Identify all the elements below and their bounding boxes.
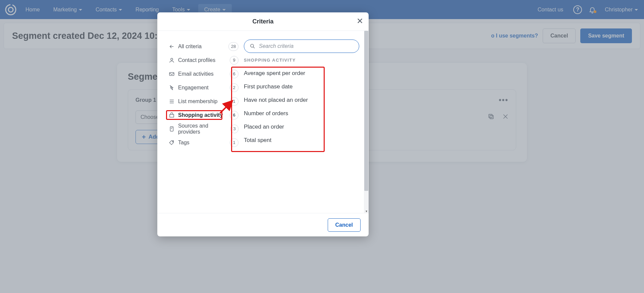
category-label: Email activities xyxy=(178,71,214,77)
criteria-label: Total spent xyxy=(244,137,271,144)
count-badge: 2 xyxy=(230,83,238,92)
criteria-placed-an-order[interactable]: Placed an order xyxy=(244,120,359,134)
criteria-label: First purchase date xyxy=(244,83,293,90)
count-badge: 1 xyxy=(230,97,238,106)
category-label: Shopping activity xyxy=(178,112,223,118)
criteria-modal: Criteria ✕ All criteria 28 Contact profi… xyxy=(157,12,369,236)
criteria-label: Have not placed an order xyxy=(244,97,308,103)
search-icon xyxy=(250,43,256,49)
criteria-first-purchase-date[interactable]: First purchase date xyxy=(244,80,359,93)
svg-point-5 xyxy=(171,58,173,60)
criteria-section-heading: SHOPPING ACTIVITY xyxy=(244,58,359,63)
modal-body: All criteria 28 Contact profiles 9 Email… xyxy=(157,31,369,213)
modal-title: Criteria xyxy=(252,18,273,25)
count-badge: 1 xyxy=(230,138,238,147)
category-list-membership[interactable]: List membership 1 xyxy=(169,94,240,108)
category-all-criteria[interactable]: All criteria 28 xyxy=(169,40,240,53)
count-badge: 28 xyxy=(228,42,238,51)
criteria-label: Number of orders xyxy=(244,110,288,117)
category-label: All criteria xyxy=(178,44,202,50)
criteria-avg-spent-per-order[interactable]: Average spent per order xyxy=(244,67,359,80)
criteria-have-not-placed-order[interactable]: Have not placed an order xyxy=(244,93,359,107)
criteria-label: Placed an order xyxy=(244,124,284,130)
category-label: List membership xyxy=(178,98,217,104)
category-email-activities[interactable]: Email activities 6 xyxy=(169,67,240,81)
criteria-number-of-orders[interactable]: Number of orders xyxy=(244,107,359,120)
modal-cancel-button[interactable]: Cancel xyxy=(328,218,361,232)
svg-point-9 xyxy=(251,44,254,47)
category-sources-providers[interactable]: Sources and providers 3 xyxy=(169,122,240,136)
category-label: Tags xyxy=(178,140,190,146)
count-badge: 3 xyxy=(230,125,238,133)
close-icon[interactable]: ✕ xyxy=(357,17,363,25)
count-badge: 6 xyxy=(230,70,238,78)
criteria-label: Average spent per order xyxy=(244,70,305,77)
count-badge: 9 xyxy=(230,56,238,65)
svg-point-8 xyxy=(172,141,173,142)
modal-categories: All criteria 28 Contact profiles 9 Email… xyxy=(157,40,244,213)
search-criteria-wrap[interactable] xyxy=(244,40,359,53)
svg-rect-7 xyxy=(170,127,173,131)
search-criteria-input[interactable] xyxy=(259,43,354,49)
modal-scrollbar[interactable]: ▾ xyxy=(364,31,369,213)
category-contact-profiles[interactable]: Contact profiles 9 xyxy=(169,53,240,67)
category-tags[interactable]: Tags 1 xyxy=(169,136,240,149)
svg-rect-6 xyxy=(169,72,174,75)
category-label: Contact profiles xyxy=(178,57,215,63)
category-shopping-activity[interactable]: Shopping activity 6 xyxy=(169,108,240,122)
modal-header: Criteria ✕ xyxy=(157,12,369,31)
scrollbar-thumb[interactable] xyxy=(364,31,368,191)
modal-criteria-panel: SHOPPING ACTIVITY Average spent per orde… xyxy=(244,40,369,213)
criteria-total-spent[interactable]: Total spent xyxy=(244,134,359,147)
category-label: Engagement xyxy=(178,85,209,91)
category-label: Sources and providers xyxy=(178,123,227,135)
scroll-down-icon[interactable]: ▾ xyxy=(364,209,368,213)
category-engagement[interactable]: Engagement 2 xyxy=(169,81,240,94)
modal-footer: Cancel xyxy=(157,213,369,236)
count-badge: 6 xyxy=(230,111,238,120)
